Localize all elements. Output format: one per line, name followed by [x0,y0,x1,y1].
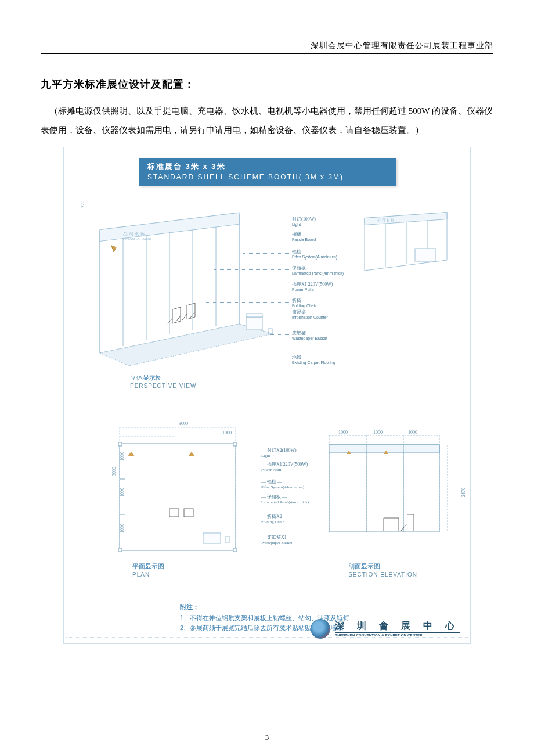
plan-alu-en: Pifex System(Aluminium) [261,485,304,489]
svg-rect-21 [329,445,439,532]
booth-title-cn: 标准展台 3米 x 3米 [147,161,388,172]
plan-dim-1000c: 1000 [120,524,125,533]
svg-rect-19 [203,533,221,543]
plan-panel-cn: 保丽板 [267,494,281,499]
plan-power-en: Power Point [261,467,281,472]
label-counter-cn: 简易桌 [292,309,306,315]
label-chair-cn: 折椅 [292,298,301,303]
svg-rect-12 [233,442,237,446]
label-counter-en: Information Counter [292,315,328,319]
plan-light-cn: 射灯X2(100W) [267,448,297,453]
fascia-company-en: COMPANY NAME [123,237,151,241]
page-number: 3 [0,733,534,742]
svg-rect-18 [184,509,193,517]
label-bin-cn: 废纸篓 [292,330,306,336]
plan-title-en: PLAN [132,571,150,578]
elev-dim-2470: 2470 [461,488,466,497]
fascia-company-cn: 公 司 名 称 [123,232,145,237]
svg-marker-2 [111,246,116,252]
label-carpet-en: Existing Carpet Flooring [292,361,335,365]
plan-elevation-area: 3000 1000 3000 1000 1000 1000 — 射灯X2(100… [80,423,461,588]
elevation-drawing [326,433,456,543]
svg-rect-20 [225,537,230,542]
svg-marker-15 [128,452,135,456]
plan-dim-3000: 3000 [166,421,201,426]
page-header: 深圳会展中心管理有限责任公司展装工程事业部 [41,41,493,54]
elev-title-cn: 剖面显示图 [348,563,380,570]
label-bin-en: Wastepaper Basket [292,336,327,340]
dim-370: 370 [80,201,85,208]
svg-marker-1 [100,324,273,366]
label-light-en: Light [292,222,301,226]
logo-en: SHENZHEN CONVENTION & EXHIBITION CENTER [335,632,460,637]
logo-area: 深 圳 會 展 中 心 SHENZHEN CONVENTION & EXHIBI… [311,619,460,639]
mini-fascia-cn: 公 司 名 称 [377,218,394,222]
persp-title-cn: 立体显示图 [130,374,162,381]
plan-title: 平面显示图 PLAN [132,562,164,578]
plan-dim-1000d: 1000 [212,430,241,435]
label-carpet-cn: 地毯 [292,355,301,360]
label-fascia-cn: 楣板 [292,232,301,237]
plan-drawing [106,423,245,556]
plan-title-cn: 平面显示图 [132,563,164,570]
svg-rect-14 [233,548,237,552]
logo-icon [311,619,330,639]
label-alu-cn: 铝柱 [292,249,301,254]
persp-title-en: PERSPECTIVE VIEW [130,383,196,389]
logo-cn: 深 圳 會 展 中 心 [335,620,460,632]
label-fascia-en: Fascia Board [292,237,316,242]
plan-panel-en: Laminated Panel(4mm thick) [261,500,309,505]
svg-rect-11 [118,442,122,446]
svg-rect-3 [246,317,262,330]
plan-dim-3000v: 3000 [111,467,117,476]
perspective-area: 370 [80,202,461,388]
intro-paragraph: （标摊电源仅供照明、以及手提电脑、充电器、饮水机、电视机等小电器使用，禁用任何超… [41,102,493,140]
plan-dim-1000b: 1000 [120,488,125,497]
label-panel-cn: 保丽板 [292,265,306,271]
label-power-en: Power Point [292,287,314,291]
plan-power-cn: 插座X1 220V(500W) [267,462,308,467]
elev-dim-1000a: 1000 [329,430,358,435]
plan-light-en: Light [261,453,270,458]
plan-chair-cn: 折椅X2 [267,514,282,519]
svg-rect-22 [329,445,439,453]
page-title: 九平方米标准展位设计及配置： [41,77,493,91]
plan-bin-cn: 废纸篓X1 [267,535,287,540]
label-light-cn: 射灯(100W) [292,217,316,222]
booth-title-en: STANDARD SHELL SCHEME BOOTH( 3M x 3M) [147,173,388,181]
perspective-title: 立体显示图 PERSPECTIVE VIEW [130,373,196,389]
plan-bin-en: Wastepaper Basket [261,541,292,545]
elev-title-en: SECTION ELEVATION [348,571,417,578]
elev-dim-1000b: 1000 [363,430,392,435]
diagram-frame: 标准展台 3米 x 3米 STANDARD SHELL SCHEME BOOTH… [63,147,471,644]
label-chair-en: Folding Chair [292,304,316,308]
svg-rect-17 [169,509,179,517]
svg-rect-13 [118,548,122,552]
mini-perspective: 公 司 名 称 [360,210,453,274]
booth-title-bar: 标准展台 3米 x 3米 STANDARD SHELL SCHEME BOOTH… [139,158,396,186]
plan-alu-cn: 铝柱 [267,479,276,484]
plan-dim-1000a: 1000 [120,452,125,461]
notes-head: 附注： [180,602,470,613]
plan-chair-en: Folding Chair [261,520,284,524]
label-alu-en: Pifex System(Aluminium) [292,255,337,259]
label-power-cn: 插座X1 220V(500W) [292,282,333,287]
svg-marker-16 [188,452,195,456]
label-panel-en: Laminated Panel(4mm thick) [292,271,344,275]
svg-rect-7 [415,249,436,261]
perspective-drawing: 公 司 名 称 COMPANY NAME [88,202,286,376]
elev-dim-1000c: 1000 [398,430,427,435]
elevation-title: 剖面显示图 SECTION ELEVATION [348,562,417,578]
